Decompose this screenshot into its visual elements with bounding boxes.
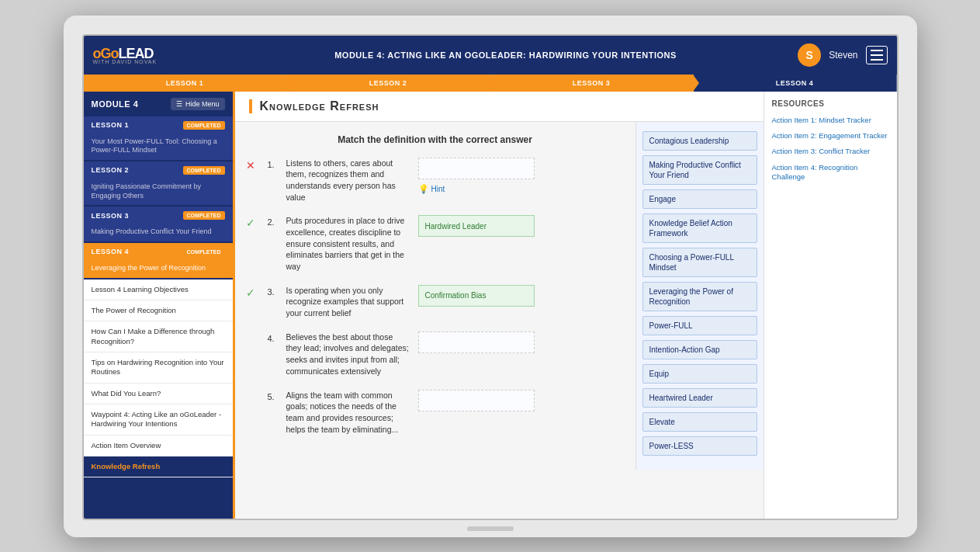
- sidebar-lesson-header-1[interactable]: Lesson 1 Completed: [84, 116, 233, 134]
- answer-chip-0[interactable]: Contagious Leadership: [642, 131, 757, 151]
- sidebar-lesson-header-2[interactable]: Lesson 2 Completed: [84, 161, 233, 179]
- sidebar-item-4[interactable]: What Did You Learn?: [84, 384, 233, 404]
- q1-answer-box[interactable]: [418, 158, 535, 179]
- sidebar-lesson-title-1: Lesson 1: [92, 121, 130, 129]
- answer-chip-5[interactable]: Leveraging the Power of Recognition: [642, 282, 757, 311]
- quiz-area: Match the definition with the correct an…: [235, 122, 635, 470]
- sidebar-lesson-header-4[interactable]: Lesson 4 Completed: [84, 243, 233, 261]
- sidebar-item-0[interactable]: Lesson 4 Learning Objectives: [84, 279, 233, 300]
- sidebar-item-7[interactable]: Knowledge Refresh: [84, 457, 233, 477]
- q2-answer-area: Hardwired Leader: [418, 215, 535, 237]
- q4-definition: Believes the best about those they lead;…: [286, 332, 410, 377]
- resource-link-2[interactable]: Action Item 3: Conflict Tracker: [772, 147, 889, 156]
- sidebar-items: Lesson 4 Learning Objectives The Power o…: [84, 279, 233, 478]
- lesson-arrow-3: [693, 75, 699, 92]
- sidebar-lesson-title-3: Lesson 3: [92, 212, 130, 220]
- hamburger-button[interactable]: [866, 46, 888, 64]
- q3-answer-box[interactable]: Confirmation Bias: [418, 285, 535, 307]
- sidebar-lesson-badge-3: Completed: [183, 211, 225, 220]
- hide-menu-icon: ☰: [176, 100, 182, 108]
- lesson-arrow-2: [490, 75, 496, 92]
- sidebar-lesson-header-3[interactable]: Lesson 3 Completed: [84, 207, 233, 224]
- sidebar-lesson-subtitle-4: Leveraging the Power of Recognition: [84, 261, 233, 278]
- answer-chip-3[interactable]: Knowledge Belief Action Framework: [642, 214, 757, 243]
- q1-hint-label: Hint: [431, 185, 445, 193]
- sidebar-lesson-group-4: Lesson 4 Completed Leveraging the Power …: [84, 243, 233, 278]
- hide-menu-label: Hide Menu: [185, 100, 220, 108]
- avatar: S: [798, 43, 821, 67]
- q2-answer-box[interactable]: Hardwired Leader: [418, 215, 535, 237]
- q4-number: 4.: [268, 334, 279, 343]
- q2-number: 2.: [268, 217, 279, 227]
- laptop-bottom: [82, 520, 899, 537]
- sidebar-lesson-group-2: Lesson 2 Completed Igniting Passionate C…: [84, 161, 233, 205]
- logo: oGoLEAD WITH DAVID NOVAK: [93, 46, 158, 64]
- answer-chip-1[interactable]: Making Productive Conflict Your Friend: [642, 155, 757, 185]
- resource-link-3[interactable]: Action Item 4: Recognition Challenge: [772, 163, 889, 182]
- knowledge-refresh-header: Knowledge Refresh: [235, 92, 764, 122]
- main-layout: Module 4 ☰ Hide Menu Lesson 1 Completed …: [84, 92, 897, 519]
- sidebar-item-6[interactable]: Action Item Overview: [84, 436, 233, 457]
- module-title: Module 4: Acting Like an oGoLeader: Hard…: [217, 50, 795, 60]
- sidebar-module-header: Module 4 ☰ Hide Menu: [84, 92, 233, 116]
- answer-chip-10[interactable]: Elevate: [642, 412, 757, 432]
- hamburger-line-1: [871, 50, 883, 51]
- match-instruction: Match the definition with the correct an…: [246, 134, 625, 145]
- q5-number: 5.: [268, 392, 279, 401]
- answer-chip-11[interactable]: Power-LESS: [642, 436, 757, 456]
- hide-menu-button[interactable]: ☰ Hide Menu: [171, 98, 225, 110]
- user-area: S Steven: [795, 43, 888, 67]
- user-name: Steven: [829, 50, 857, 61]
- answer-chip-6[interactable]: Power-FULL: [642, 316, 757, 335]
- laptop-screen: oGoLEAD WITH DAVID NOVAK Module 4: Actin…: [82, 34, 899, 520]
- q2-definition: Puts procedures in place to drive excell…: [286, 215, 410, 272]
- q1-number: 1.: [268, 160, 279, 169]
- q1-indicator: ✕: [246, 159, 260, 172]
- q4-answer-area: [418, 332, 535, 353]
- sidebar-lesson-subtitle-1: Your Most Power-FULL Tool: Choosing a Po…: [84, 134, 233, 160]
- q4-answer-box[interactable]: [418, 332, 535, 353]
- laptop-notch: [467, 526, 514, 531]
- answer-chip-4[interactable]: Choosing a Power-FULL Mindset: [642, 248, 757, 277]
- answer-chip-7[interactable]: Intention-Action Gap: [642, 340, 757, 359]
- q5-answer-area: [418, 390, 535, 411]
- q5-answer-box[interactable]: [418, 390, 535, 411]
- q3-indicator: ✓: [246, 286, 260, 299]
- sidebar-item-1[interactable]: The Power of Recognition: [84, 300, 233, 321]
- resource-link-0[interactable]: Action Item 1: Mindset Tracker: [772, 116, 889, 125]
- sidebar-module-label: Module 4: [92, 99, 139, 109]
- lesson-step-3[interactable]: Lesson 3: [490, 75, 694, 92]
- sidebar-lesson-group-1: Lesson 1 Completed Your Most Power-FULL …: [84, 116, 233, 160]
- sidebar-item-5[interactable]: Waypoint 4: Acting Like an oGoLeader - H…: [84, 404, 233, 436]
- lesson-step-2[interactable]: Lesson 2: [287, 75, 490, 92]
- question-row-5: 5. Aligns the team with common goals; no…: [246, 390, 625, 436]
- sidebar-lesson-group-3: Lesson 3 Completed Making Productive Con…: [84, 207, 233, 241]
- lesson-step-1[interactable]: Lesson 1: [84, 75, 287, 92]
- q1-definition: Listens to others, cares about them, rec…: [286, 158, 410, 203]
- resources-title: Resources: [772, 99, 889, 108]
- sidebar-lesson-badge-2: Completed: [183, 166, 225, 175]
- q3-number: 3.: [268, 287, 279, 297]
- q2-indicator: ✓: [246, 217, 260, 229]
- q1-answer-area: 💡 Hint: [418, 158, 535, 194]
- resources-panel: Resources Action Item 1: Mindset Tracker…: [764, 92, 897, 519]
- content-and-answers: Match the definition with the correct an…: [235, 122, 764, 470]
- laptop-frame: oGoLEAD WITH DAVID NOVAK Module 4: Actin…: [64, 16, 917, 537]
- q3-definition: Is operating when you only recognize exa…: [286, 285, 410, 319]
- answer-chip-8[interactable]: Equip: [642, 364, 757, 384]
- sidebar-item-2[interactable]: How Can I Make a Difference through Reco…: [84, 321, 233, 352]
- question-row-2: ✓ 2. Puts procedures in place to drive e…: [246, 215, 625, 272]
- sidebar-item-3[interactable]: Tips on Hardwiring Recognition into Your…: [84, 352, 233, 384]
- resource-link-1[interactable]: Action Item 2: Engagement Tracker: [772, 131, 889, 141]
- q1-hint-link[interactable]: 💡 Hint: [418, 184, 535, 194]
- knowledge-refresh-title: Knowledge Refresh: [249, 99, 750, 113]
- question-row-3: ✓ 3. Is operating when you only recogniz…: [246, 285, 625, 319]
- sidebar-lesson-title-4: Lesson 4: [92, 248, 130, 255]
- logo-area: oGoLEAD WITH DAVID NOVAK: [93, 46, 217, 64]
- answer-chip-2[interactable]: Engage: [642, 189, 757, 209]
- sidebar-lesson-badge-1: Completed: [183, 121, 225, 130]
- lesson-step-4[interactable]: Lesson 4: [694, 75, 897, 92]
- question-row-4: 4. Believes the best about those they le…: [246, 332, 625, 377]
- answer-chip-9[interactable]: Heartwired Leader: [642, 388, 757, 408]
- hamburger-line-3: [871, 59, 883, 61]
